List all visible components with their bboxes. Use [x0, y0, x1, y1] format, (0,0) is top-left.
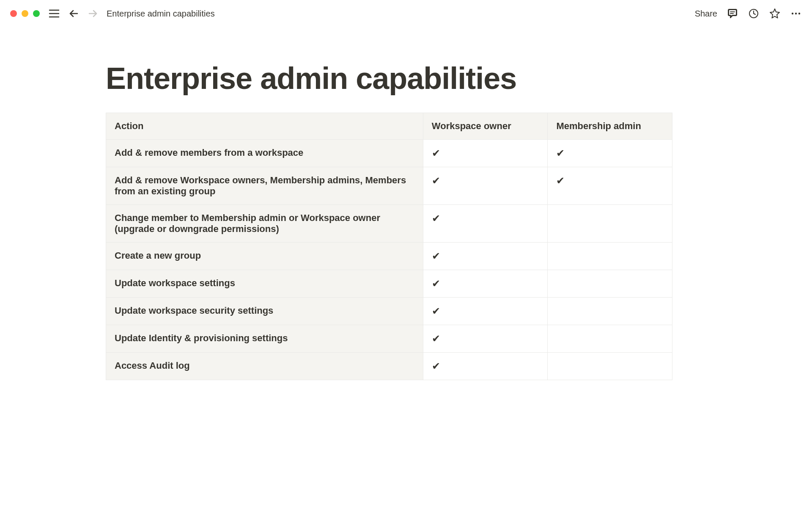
action-cell[interactable]: Change member to Membership admin or Wor…: [106, 205, 423, 243]
table-row: Update workspace settings✔: [106, 270, 672, 298]
admin-cell[interactable]: [548, 270, 672, 298]
breadcrumb[interactable]: Enterprise admin capabilities: [107, 9, 215, 19]
updates-button[interactable]: [748, 8, 760, 19]
favorite-button[interactable]: [769, 8, 781, 19]
admin-cell[interactable]: [548, 298, 672, 325]
owner-cell[interactable]: ✔: [423, 243, 548, 270]
admin-cell[interactable]: [548, 243, 672, 270]
share-button[interactable]: Share: [695, 9, 717, 19]
table-row: Access Audit log✔: [106, 353, 672, 380]
admin-cell[interactable]: [548, 353, 672, 380]
owner-cell[interactable]: ✔: [423, 298, 548, 325]
action-cell[interactable]: Access Audit log: [106, 353, 423, 380]
back-button[interactable]: [68, 8, 80, 19]
table-row: Change member to Membership admin or Wor…: [106, 205, 672, 243]
admin-cell[interactable]: ✔: [548, 140, 672, 167]
owner-cell[interactable]: ✔: [423, 353, 548, 380]
page-title[interactable]: Enterprise admin capabilities: [106, 61, 706, 96]
action-cell[interactable]: Add & remove members from a workspace: [106, 140, 423, 167]
owner-cell[interactable]: ✔: [423, 167, 548, 205]
close-window-button[interactable]: [10, 10, 17, 17]
arrow-right-icon: [88, 8, 98, 19]
page-content: Enterprise admin capabilities Action Wor…: [0, 27, 812, 508]
admin-cell[interactable]: [548, 205, 672, 243]
topbar-left: Enterprise admin capabilities: [48, 8, 215, 19]
more-button[interactable]: [790, 8, 802, 19]
col-header-owner: Workspace owner: [423, 113, 548, 140]
owner-cell[interactable]: ✔: [423, 205, 548, 243]
action-cell[interactable]: Add & remove Workspace owners, Membershi…: [106, 167, 423, 205]
svg-point-12: [798, 13, 800, 14]
svg-rect-5: [728, 9, 737, 16]
admin-cell[interactable]: ✔: [548, 167, 672, 205]
admin-cell[interactable]: [548, 325, 672, 353]
action-cell[interactable]: Update workspace settings: [106, 270, 423, 298]
table-row: Update Identity & provisioning settings✔: [106, 325, 672, 353]
speech-bubble-icon: [727, 8, 738, 19]
svg-marker-9: [770, 9, 779, 18]
comments-button[interactable]: [727, 8, 738, 19]
menu-button[interactable]: [48, 8, 60, 19]
capabilities-table: Action Workspace owner Membership admin …: [106, 113, 672, 380]
owner-cell[interactable]: ✔: [423, 270, 548, 298]
topbar-right: Share: [695, 8, 802, 19]
svg-point-11: [795, 13, 797, 14]
forward-button[interactable]: [87, 8, 99, 19]
minimize-window-button[interactable]: [22, 10, 28, 17]
hamburger-icon: [49, 9, 60, 18]
table-row: Create a new group✔: [106, 243, 672, 270]
table-header-row: Action Workspace owner Membership admin: [106, 113, 672, 140]
window-controls: [10, 10, 40, 17]
topbar: Enterprise admin capabilities Share: [0, 0, 812, 27]
maximize-window-button[interactable]: [33, 10, 40, 17]
action-cell[interactable]: Create a new group: [106, 243, 423, 270]
action-cell[interactable]: Update Identity & provisioning settings: [106, 325, 423, 353]
action-cell[interactable]: Update workspace security settings: [106, 298, 423, 325]
app-window: Enterprise admin capabilities Share: [0, 0, 812, 508]
svg-point-10: [792, 13, 793, 14]
clock-icon: [748, 8, 759, 19]
table-row: Add & remove members from a workspace✔✔: [106, 140, 672, 167]
table-row: Add & remove Workspace owners, Membershi…: [106, 167, 672, 205]
arrow-left-icon: [69, 8, 79, 19]
table-row: Update workspace security settings✔: [106, 298, 672, 325]
more-horizontal-icon: [790, 8, 801, 19]
owner-cell[interactable]: ✔: [423, 140, 548, 167]
owner-cell[interactable]: ✔: [423, 325, 548, 353]
col-header-action: Action: [106, 113, 423, 140]
star-icon: [769, 8, 780, 19]
col-header-admin: Membership admin: [548, 113, 672, 140]
